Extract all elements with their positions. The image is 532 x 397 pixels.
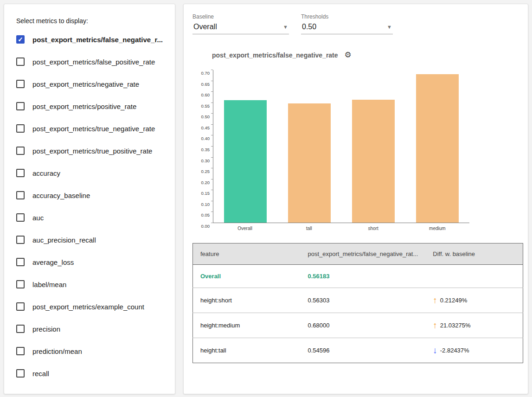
thresholds-select-value: 0.50 bbox=[302, 23, 316, 31]
checkbox-icon[interactable] bbox=[16, 58, 25, 66]
y-tick-label: 0.60 bbox=[201, 92, 210, 97]
bar-tall[interactable] bbox=[288, 103, 331, 223]
metric-select-title: Select metrics to display: bbox=[16, 17, 167, 25]
bar-Overall[interactable] bbox=[224, 100, 267, 223]
bar-short[interactable] bbox=[352, 100, 395, 223]
cell-diff: ↓-2.82437% bbox=[425, 338, 523, 363]
metric-label: accuracy bbox=[32, 169, 60, 177]
cell-value: 0.56303 bbox=[301, 288, 426, 313]
diff-value: -2.82437% bbox=[440, 347, 469, 354]
cell-diff: ↑0.21249% bbox=[425, 288, 523, 313]
y-tick-mark bbox=[211, 81, 213, 81]
metric-item[interactable]: average_loss bbox=[16, 251, 167, 273]
y-tick-mark bbox=[211, 70, 213, 70]
bar-slot bbox=[405, 70, 469, 223]
y-tick-label: 0.45 bbox=[201, 125, 210, 130]
gear-icon[interactable]: ⚙ bbox=[345, 50, 352, 60]
diff-value: 21.03275% bbox=[440, 322, 471, 329]
checkbox-icon[interactable] bbox=[16, 191, 25, 199]
bar-medium[interactable] bbox=[416, 74, 459, 223]
y-tick-mark bbox=[211, 135, 213, 135]
baseline-select-label: Baseline bbox=[192, 13, 289, 20]
y-tick-label: 0.25 bbox=[201, 169, 210, 174]
y-tick-label: 0.20 bbox=[201, 179, 210, 185]
checkbox-icon[interactable] bbox=[16, 169, 25, 177]
y-tick-label: 0.05 bbox=[201, 212, 210, 218]
metric-item[interactable]: precision bbox=[16, 318, 167, 340]
metric-item[interactable]: accuracy bbox=[16, 162, 167, 184]
cell-value: 0.68000 bbox=[301, 313, 426, 338]
metric-item[interactable]: post_export_metrics/false_positive_rate bbox=[16, 51, 167, 73]
checkbox-icon[interactable] bbox=[16, 280, 25, 288]
y-tick-mark bbox=[211, 102, 213, 103]
checkbox-icon[interactable] bbox=[16, 258, 25, 266]
y-tick-mark bbox=[211, 201, 213, 201]
y-tick-label: 0.50 bbox=[201, 114, 210, 119]
baseline-select-value: Overall bbox=[193, 23, 217, 31]
metric-item[interactable]: auc_precision_recall bbox=[16, 229, 167, 251]
x-tick-label: medium bbox=[405, 226, 469, 231]
x-tick-label: tall bbox=[277, 226, 341, 231]
diff-value: 0.21249% bbox=[440, 297, 468, 304]
y-tick-label: 0.35 bbox=[201, 147, 210, 152]
baseline-select[interactable]: Baseline Overall ▼ bbox=[192, 13, 289, 34]
table-row: Overall0.56183 bbox=[193, 265, 523, 288]
metric-label: post_export_metrics/false_negative_r... bbox=[32, 36, 163, 44]
metric-label: post_export_metrics/true_positive_rate bbox=[32, 147, 152, 155]
metric-item[interactable]: prediction/mean bbox=[16, 340, 167, 362]
checkbox-icon[interactable] bbox=[16, 80, 25, 88]
checkbox-icon[interactable] bbox=[16, 213, 25, 222]
metric-item[interactable]: post_export_metrics/true_positive_rate bbox=[16, 140, 167, 162]
metric-label: label/mean bbox=[32, 281, 66, 288]
cell-value: 0.56183 bbox=[301, 265, 426, 288]
metric-select-panel: Select metrics to display: ✓post_export_… bbox=[4, 4, 175, 394]
checkbox-icon[interactable] bbox=[16, 347, 25, 355]
metric-item[interactable]: auc bbox=[16, 206, 167, 229]
checkbox-checked-icon[interactable]: ✓ bbox=[16, 35, 25, 44]
metric-item[interactable]: recall bbox=[16, 362, 167, 384]
bar-slot bbox=[341, 70, 405, 223]
metric-item[interactable]: post_export_metrics/positive_rate bbox=[16, 95, 167, 117]
y-tick-label: 0.15 bbox=[201, 191, 210, 196]
chevron-down-icon: ▼ bbox=[283, 24, 288, 30]
metric-list: ✓post_export_metrics/false_negative_r...… bbox=[16, 28, 167, 384]
thresholds-select[interactable]: Thresholds 0.50 ▼ bbox=[301, 13, 393, 34]
cell-value: 0.54596 bbox=[301, 338, 426, 363]
metric-item[interactable]: post_export_metrics/example_count bbox=[16, 295, 167, 318]
y-tick-label: 0.30 bbox=[201, 158, 210, 163]
y-tick-mark bbox=[211, 211, 213, 212]
metric-item[interactable]: post_export_metrics/true_negative_rate bbox=[16, 117, 167, 140]
checkbox-icon[interactable] bbox=[16, 369, 25, 378]
chart-header: post_export_metrics/false_negative_rate … bbox=[212, 50, 523, 60]
y-tick-label: 0.10 bbox=[201, 201, 210, 206]
y-tick-mark bbox=[211, 168, 213, 168]
metric-label: recall bbox=[32, 370, 49, 378]
metric-label: post_export_metrics/true_negative_rate bbox=[32, 125, 155, 133]
bar-slot bbox=[277, 70, 341, 223]
checkbox-icon[interactable] bbox=[16, 325, 25, 333]
metric-label: post_export_metrics/negative_rate bbox=[32, 80, 139, 88]
checkbox-icon[interactable] bbox=[16, 236, 25, 244]
metric-label: precision bbox=[32, 325, 60, 333]
bar-chart: 0.000.050.100.150.200.250.300.350.400.45… bbox=[196, 70, 523, 231]
y-axis: 0.000.050.100.150.200.250.300.350.400.45… bbox=[196, 70, 213, 223]
metric-label: auc_precision_recall bbox=[32, 236, 96, 244]
y-tick-mark bbox=[211, 157, 213, 158]
metric-item[interactable]: accuracy_baseline bbox=[16, 184, 167, 206]
metric-item[interactable]: post_export_metrics/negative_rate bbox=[16, 73, 167, 95]
cell-feature: height:short bbox=[193, 288, 301, 313]
metric-item[interactable]: ✓post_export_metrics/false_negative_r... bbox=[16, 28, 167, 51]
checkbox-icon[interactable] bbox=[16, 124, 25, 133]
arrow-up-icon: ↑ bbox=[433, 296, 437, 305]
checkbox-icon[interactable] bbox=[16, 102, 25, 110]
checkbox-icon[interactable] bbox=[16, 147, 25, 155]
y-tick-label: 0.65 bbox=[201, 81, 210, 86]
column-header-diff: Diff. w. baseline bbox=[425, 243, 523, 265]
controls-bar: Baseline Overall ▼ Thresholds 0.50 ▼ bbox=[192, 13, 523, 34]
checkbox-icon[interactable] bbox=[16, 302, 25, 311]
cell-diff bbox=[425, 265, 523, 288]
cell-feature: height:medium bbox=[193, 313, 301, 338]
table-row: height:medium0.68000↑21.03275% bbox=[193, 313, 523, 338]
metric-item[interactable]: label/mean bbox=[16, 273, 167, 295]
metric-label: post_export_metrics/positive_rate bbox=[32, 102, 136, 110]
